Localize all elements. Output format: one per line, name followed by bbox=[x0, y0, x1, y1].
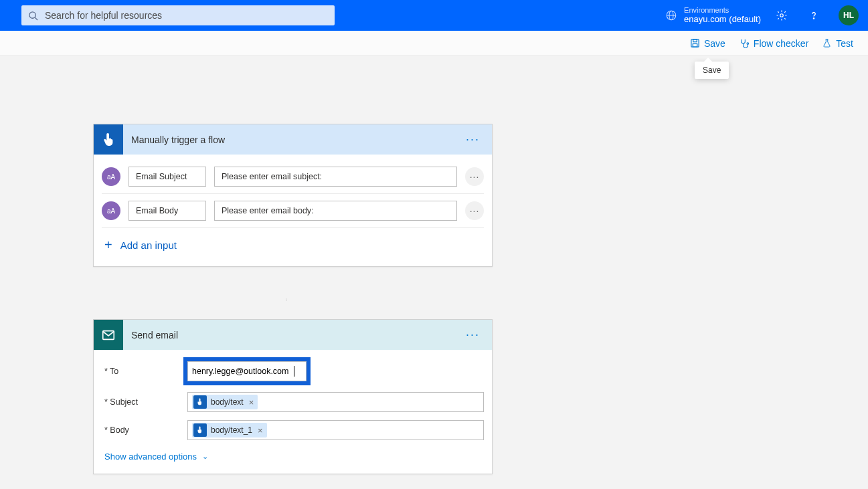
input-name-field[interactable]: Email Body bbox=[128, 201, 206, 221]
body-input[interactable]: body/text_1 × bbox=[187, 420, 484, 440]
svg-rect-7 bbox=[691, 39, 699, 47]
settings-button[interactable] bbox=[770, 4, 793, 27]
action-more-button[interactable]: ··· bbox=[462, 328, 484, 342]
show-advanced-options[interactable]: Show advanced options ⌄ bbox=[102, 442, 484, 464]
manual-trigger-icon bbox=[94, 124, 123, 155]
environment-picker[interactable]: Environments enayu.com (default) bbox=[665, 6, 761, 25]
svg-point-0 bbox=[29, 11, 35, 17]
trigger-more-button[interactable]: ··· bbox=[462, 132, 484, 146]
svg-rect-9 bbox=[693, 43, 697, 47]
to-label: * To bbox=[102, 367, 187, 376]
subject-input[interactable]: body/text × bbox=[187, 392, 484, 412]
chevron-down-icon: ⌄ bbox=[202, 452, 208, 461]
test-button[interactable]: Test bbox=[822, 38, 853, 49]
trigger-input-row: aA Email Body Please enter email body: ·… bbox=[102, 194, 484, 228]
flask-icon bbox=[822, 38, 832, 48]
input-prompt-field[interactable]: Please enter email body: bbox=[214, 201, 457, 221]
svg-line-1 bbox=[35, 17, 37, 20]
add-input-label: Add an input bbox=[120, 239, 177, 251]
input-prompt-field[interactable]: Please enter email subject: bbox=[214, 167, 457, 187]
trigger-input-row: aA Email Subject Please enter email subj… bbox=[102, 160, 484, 194]
input-name-field[interactable]: Email Subject bbox=[128, 167, 206, 187]
send-email-icon bbox=[94, 320, 123, 350]
connector-arrow bbox=[286, 290, 287, 310]
svg-point-5 bbox=[780, 14, 784, 17]
save-button[interactable]: Save bbox=[690, 38, 725, 49]
editor-toolbar: Save Flow checker Test bbox=[0, 31, 868, 56]
advanced-label: Show advanced options bbox=[104, 452, 197, 462]
to-input[interactable]: henry.legge@outlook.com bbox=[187, 361, 307, 381]
to-field-row: * To henry.legge@outlook.com bbox=[102, 359, 484, 383]
action-card-header[interactable]: Send email ··· bbox=[94, 320, 492, 350]
user-avatar[interactable]: HL bbox=[839, 5, 859, 25]
token-remove-button[interactable]: × bbox=[248, 397, 254, 407]
help-icon bbox=[808, 9, 820, 21]
text-type-icon: aA bbox=[102, 201, 120, 220]
token-trigger-icon bbox=[193, 395, 207, 409]
globe-icon bbox=[665, 9, 677, 21]
add-input-button[interactable]: + Add an input bbox=[102, 228, 484, 257]
body-label: * Body bbox=[102, 425, 187, 435]
help-button[interactable] bbox=[802, 4, 825, 27]
trigger-title: Manually trigger a flow bbox=[131, 134, 454, 145]
top-app-bar: Search for helpful resources Environment… bbox=[0, 0, 868, 31]
subject-label: * Subject bbox=[102, 397, 187, 407]
trigger-card: Manually trigger a flow ··· aA Email Sub… bbox=[93, 124, 493, 267]
test-label: Test bbox=[836, 38, 853, 49]
svg-point-6 bbox=[813, 18, 814, 19]
search-icon bbox=[28, 11, 38, 21]
save-label: Save bbox=[704, 38, 725, 49]
environment-label: Environments bbox=[684, 6, 761, 15]
stethoscope-icon bbox=[739, 38, 750, 49]
token-remove-button[interactable]: × bbox=[256, 425, 263, 435]
text-cursor bbox=[294, 366, 294, 377]
token-text: body/text_1 bbox=[211, 425, 252, 435]
token-text: body/text bbox=[211, 397, 244, 407]
search-input[interactable]: Search for helpful resources bbox=[21, 5, 335, 25]
input-row-more-button[interactable]: ··· bbox=[465, 167, 484, 186]
gear-icon bbox=[776, 9, 788, 21]
save-icon bbox=[690, 38, 700, 48]
to-value: henry.legge@outlook.com bbox=[192, 367, 288, 376]
flow-checker-button[interactable]: Flow checker bbox=[739, 38, 808, 49]
token-trigger-icon bbox=[193, 423, 207, 437]
dynamic-token[interactable]: body/text_1 × bbox=[192, 423, 267, 437]
action-card: Send email ··· * To henry.legge@outlook.… bbox=[93, 319, 493, 474]
subject-field-row: * Subject body/text × bbox=[102, 390, 484, 414]
environment-name: enayu.com (default) bbox=[684, 15, 761, 25]
dynamic-token[interactable]: body/text × bbox=[192, 395, 258, 409]
action-title: Send email bbox=[131, 330, 454, 340]
trigger-card-header[interactable]: Manually trigger a flow ··· bbox=[94, 124, 492, 155]
plus-icon: + bbox=[104, 237, 112, 253]
svg-point-10 bbox=[747, 42, 749, 44]
svg-rect-8 bbox=[693, 39, 697, 42]
text-type-icon: aA bbox=[102, 167, 120, 186]
input-row-more-button[interactable]: ··· bbox=[465, 201, 484, 220]
flow-checker-label: Flow checker bbox=[754, 38, 808, 49]
search-placeholder: Search for helpful resources bbox=[45, 10, 162, 21]
body-field-row: * Body body/text_1 × bbox=[102, 418, 484, 442]
save-tooltip: Save bbox=[695, 62, 729, 79]
